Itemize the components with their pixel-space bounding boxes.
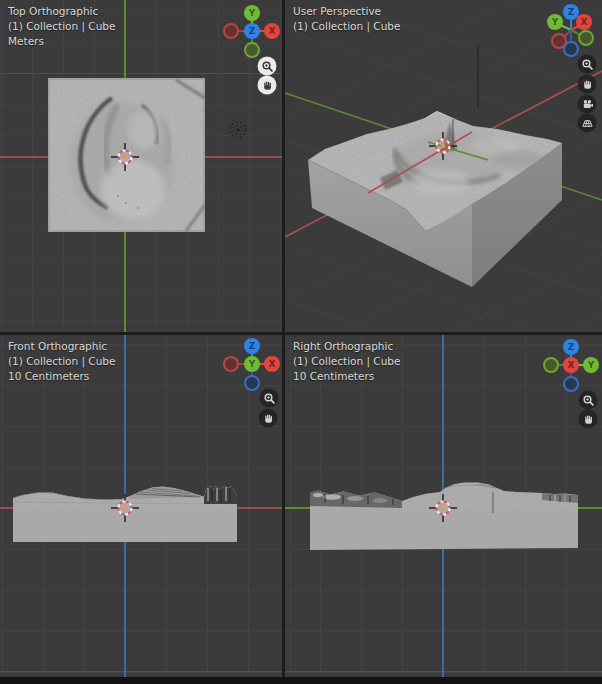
- grid-major-line: [0, 73, 283, 74]
- zoom-button[interactable]: [578, 55, 597, 74]
- magnifier-plus-icon: [581, 58, 593, 70]
- gizmo-y-negative[interactable]: [578, 30, 594, 46]
- pan-button[interactable]: [579, 410, 598, 429]
- gizmo-y-negative[interactable]: [543, 357, 559, 373]
- magnifier-plus-icon: [582, 394, 594, 406]
- viewport-header: Top Orthographic (1) Collection | Cube M…: [8, 4, 115, 49]
- viewport-user-perspective[interactable]: User Perspective (1) Collection | Cube Z…: [285, 0, 602, 333]
- pan-button[interactable]: [259, 409, 278, 428]
- zoom-button[interactable]: [260, 389, 279, 408]
- gizmo-z-negative[interactable]: [563, 376, 579, 392]
- viewport-divider-horizontal[interactable]: [0, 332, 602, 335]
- 3d-cursor-icon: [428, 493, 458, 523]
- gizmo-z-positive[interactable]: Z: [563, 339, 579, 355]
- view-name: Top Orthographic: [8, 4, 115, 19]
- gizmo-x-center[interactable]: X: [563, 357, 579, 373]
- magnifier-plus-icon: [263, 392, 275, 404]
- gizmo-z-center[interactable]: Z: [244, 23, 260, 39]
- gizmo-x-positive[interactable]: X: [264, 356, 280, 372]
- magnifier-plus-icon: [261, 60, 273, 72]
- gizmo-y-positive[interactable]: Y: [547, 14, 563, 30]
- point-light-icon[interactable]: [226, 118, 250, 142]
- hand-icon: [262, 412, 274, 424]
- viewport-front-orthographic[interactable]: Front Orthographic (1) Collection | Cube…: [0, 335, 283, 678]
- zoom-button[interactable]: [579, 391, 598, 410]
- gizmo-x-negative[interactable]: [223, 23, 239, 39]
- ortho-toggle-button[interactable]: [578, 114, 597, 133]
- viewport-right-orthographic[interactable]: Right Orthographic (1) Collection | Cube…: [285, 335, 602, 678]
- footprint-mesh-front-view[interactable]: [0, 335, 283, 678]
- hand-icon: [581, 78, 593, 90]
- gizmo-y-center[interactable]: Y: [244, 356, 260, 372]
- pan-button[interactable]: [258, 76, 277, 95]
- camera-view-button[interactable]: [578, 95, 597, 114]
- unit-label: Meters: [8, 34, 115, 49]
- gizmo-y-negative[interactable]: [244, 42, 260, 58]
- hand-icon: [582, 413, 594, 425]
- gizmo-x-negative[interactable]: [223, 356, 239, 372]
- zoom-button[interactable]: [258, 57, 277, 76]
- hand-icon: [261, 79, 273, 91]
- gizmo-z-negative[interactable]: [563, 41, 579, 57]
- 3d-cursor-icon: [110, 493, 140, 523]
- gizmo-x-positive[interactable]: X: [264, 23, 280, 39]
- 3d-cursor-icon: [110, 142, 140, 172]
- blender-quad-view: Top Orthographic (1) Collection | Cube M…: [0, 0, 602, 684]
- gizmo-y-positive[interactable]: Y: [244, 5, 260, 21]
- pan-button[interactable]: [578, 75, 597, 94]
- camera-view-icon: [581, 98, 593, 110]
- gizmo-z-negative[interactable]: [244, 375, 260, 391]
- viewport-divider-vertical[interactable]: [282, 0, 285, 678]
- gizmo-x-positive[interactable]: X: [576, 14, 592, 30]
- collection-breadcrumb: (1) Collection | Cube: [8, 19, 115, 34]
- editor-bottom-edge: [0, 677, 602, 684]
- gizmo-y-positive[interactable]: Y: [583, 357, 599, 373]
- footprint-mesh-perspective[interactable]: [285, 90, 602, 287]
- 3d-cursor-icon: [428, 131, 458, 161]
- gizmo-z-positive[interactable]: Z: [244, 338, 260, 354]
- grid-perspective-icon: [581, 117, 593, 129]
- viewport-top-orthographic[interactable]: Top Orthographic (1) Collection | Cube M…: [0, 0, 283, 333]
